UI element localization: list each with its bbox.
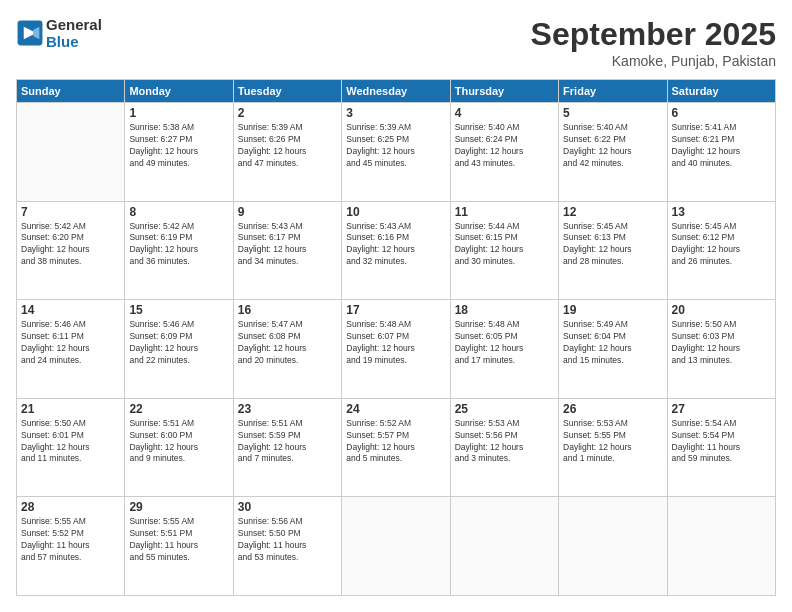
- calendar-cell-w1-d1: 1Sunrise: 5:38 AMSunset: 6:27 PMDaylight…: [125, 103, 233, 202]
- col-monday: Monday: [125, 80, 233, 103]
- col-saturday: Saturday: [667, 80, 775, 103]
- day-info: Sunrise: 5:49 AMSunset: 6:04 PMDaylight:…: [563, 319, 662, 367]
- calendar-cell-w4-d1: 22Sunrise: 5:51 AMSunset: 6:00 PMDayligh…: [125, 398, 233, 497]
- day-number: 16: [238, 303, 337, 317]
- day-number: 19: [563, 303, 662, 317]
- day-number: 15: [129, 303, 228, 317]
- calendar-cell-w1-d4: 4Sunrise: 5:40 AMSunset: 6:24 PMDaylight…: [450, 103, 558, 202]
- day-info: Sunrise: 5:48 AMSunset: 6:07 PMDaylight:…: [346, 319, 445, 367]
- calendar-cell-w4-d0: 21Sunrise: 5:50 AMSunset: 6:01 PMDayligh…: [17, 398, 125, 497]
- page: General Blue September 2025 Kamoke, Punj…: [0, 0, 792, 612]
- day-info: Sunrise: 5:53 AMSunset: 5:55 PMDaylight:…: [563, 418, 662, 466]
- day-number: 26: [563, 402, 662, 416]
- calendar-cell-w1-d2: 2Sunrise: 5:39 AMSunset: 6:26 PMDaylight…: [233, 103, 341, 202]
- day-info: Sunrise: 5:54 AMSunset: 5:54 PMDaylight:…: [672, 418, 771, 466]
- calendar-cell-w3-d5: 19Sunrise: 5:49 AMSunset: 6:04 PMDayligh…: [559, 300, 667, 399]
- day-info: Sunrise: 5:52 AMSunset: 5:57 PMDaylight:…: [346, 418, 445, 466]
- day-number: 1: [129, 106, 228, 120]
- calendar-week-2: 7Sunrise: 5:42 AMSunset: 6:20 PMDaylight…: [17, 201, 776, 300]
- day-number: 27: [672, 402, 771, 416]
- day-info: Sunrise: 5:46 AMSunset: 6:11 PMDaylight:…: [21, 319, 120, 367]
- day-number: 5: [563, 106, 662, 120]
- day-info: Sunrise: 5:56 AMSunset: 5:50 PMDaylight:…: [238, 516, 337, 564]
- day-number: 29: [129, 500, 228, 514]
- calendar-cell-w2-d4: 11Sunrise: 5:44 AMSunset: 6:15 PMDayligh…: [450, 201, 558, 300]
- day-number: 3: [346, 106, 445, 120]
- day-info: Sunrise: 5:48 AMSunset: 6:05 PMDaylight:…: [455, 319, 554, 367]
- col-thursday: Thursday: [450, 80, 558, 103]
- day-number: 24: [346, 402, 445, 416]
- day-info: Sunrise: 5:45 AMSunset: 6:12 PMDaylight:…: [672, 221, 771, 269]
- header: General Blue September 2025 Kamoke, Punj…: [16, 16, 776, 69]
- calendar-cell-w2-d3: 10Sunrise: 5:43 AMSunset: 6:16 PMDayligh…: [342, 201, 450, 300]
- day-number: 13: [672, 205, 771, 219]
- calendar-cell-w5-d5: [559, 497, 667, 596]
- logo-icon: [16, 19, 44, 47]
- logo: General Blue: [16, 16, 102, 50]
- day-info: Sunrise: 5:43 AMSunset: 6:17 PMDaylight:…: [238, 221, 337, 269]
- day-number: 21: [21, 402, 120, 416]
- day-number: 23: [238, 402, 337, 416]
- col-sunday: Sunday: [17, 80, 125, 103]
- day-number: 6: [672, 106, 771, 120]
- day-number: 7: [21, 205, 120, 219]
- calendar-week-5: 28Sunrise: 5:55 AMSunset: 5:52 PMDayligh…: [17, 497, 776, 596]
- title-area: September 2025 Kamoke, Punjab, Pakistan: [531, 16, 776, 69]
- day-info: Sunrise: 5:39 AMSunset: 6:25 PMDaylight:…: [346, 122, 445, 170]
- calendar-cell-w2-d5: 12Sunrise: 5:45 AMSunset: 6:13 PMDayligh…: [559, 201, 667, 300]
- day-number: 8: [129, 205, 228, 219]
- col-wednesday: Wednesday: [342, 80, 450, 103]
- day-number: 2: [238, 106, 337, 120]
- day-info: Sunrise: 5:50 AMSunset: 6:03 PMDaylight:…: [672, 319, 771, 367]
- calendar-cell-w3-d4: 18Sunrise: 5:48 AMSunset: 6:05 PMDayligh…: [450, 300, 558, 399]
- calendar-cell-w4-d3: 24Sunrise: 5:52 AMSunset: 5:57 PMDayligh…: [342, 398, 450, 497]
- calendar-cell-w2-d2: 9Sunrise: 5:43 AMSunset: 6:17 PMDaylight…: [233, 201, 341, 300]
- calendar-cell-w3-d3: 17Sunrise: 5:48 AMSunset: 6:07 PMDayligh…: [342, 300, 450, 399]
- day-number: 22: [129, 402, 228, 416]
- calendar-cell-w2-d1: 8Sunrise: 5:42 AMSunset: 6:19 PMDaylight…: [125, 201, 233, 300]
- day-number: 4: [455, 106, 554, 120]
- location: Kamoke, Punjab, Pakistan: [531, 53, 776, 69]
- calendar-cell-w5-d0: 28Sunrise: 5:55 AMSunset: 5:52 PMDayligh…: [17, 497, 125, 596]
- calendar-cell-w1-d5: 5Sunrise: 5:40 AMSunset: 6:22 PMDaylight…: [559, 103, 667, 202]
- calendar-week-4: 21Sunrise: 5:50 AMSunset: 6:01 PMDayligh…: [17, 398, 776, 497]
- day-info: Sunrise: 5:50 AMSunset: 6:01 PMDaylight:…: [21, 418, 120, 466]
- calendar-cell-w3-d0: 14Sunrise: 5:46 AMSunset: 6:11 PMDayligh…: [17, 300, 125, 399]
- day-info: Sunrise: 5:41 AMSunset: 6:21 PMDaylight:…: [672, 122, 771, 170]
- calendar-cell-w1-d3: 3Sunrise: 5:39 AMSunset: 6:25 PMDaylight…: [342, 103, 450, 202]
- calendar-table: Sunday Monday Tuesday Wednesday Thursday…: [16, 79, 776, 596]
- day-info: Sunrise: 5:51 AMSunset: 6:00 PMDaylight:…: [129, 418, 228, 466]
- calendar-cell-w1-d0: [17, 103, 125, 202]
- day-info: Sunrise: 5:42 AMSunset: 6:20 PMDaylight:…: [21, 221, 120, 269]
- calendar-cell-w5-d1: 29Sunrise: 5:55 AMSunset: 5:51 PMDayligh…: [125, 497, 233, 596]
- day-number: 25: [455, 402, 554, 416]
- day-info: Sunrise: 5:38 AMSunset: 6:27 PMDaylight:…: [129, 122, 228, 170]
- day-number: 14: [21, 303, 120, 317]
- day-number: 28: [21, 500, 120, 514]
- calendar-week-3: 14Sunrise: 5:46 AMSunset: 6:11 PMDayligh…: [17, 300, 776, 399]
- day-number: 30: [238, 500, 337, 514]
- day-info: Sunrise: 5:53 AMSunset: 5:56 PMDaylight:…: [455, 418, 554, 466]
- calendar-cell-w4-d4: 25Sunrise: 5:53 AMSunset: 5:56 PMDayligh…: [450, 398, 558, 497]
- calendar-cell-w4-d5: 26Sunrise: 5:53 AMSunset: 5:55 PMDayligh…: [559, 398, 667, 497]
- day-number: 18: [455, 303, 554, 317]
- day-number: 9: [238, 205, 337, 219]
- logo-text: General Blue: [46, 16, 102, 50]
- calendar-cell-w4-d2: 23Sunrise: 5:51 AMSunset: 5:59 PMDayligh…: [233, 398, 341, 497]
- day-info: Sunrise: 5:47 AMSunset: 6:08 PMDaylight:…: [238, 319, 337, 367]
- month-title: September 2025: [531, 16, 776, 53]
- calendar-cell-w1-d6: 6Sunrise: 5:41 AMSunset: 6:21 PMDaylight…: [667, 103, 775, 202]
- day-info: Sunrise: 5:40 AMSunset: 6:24 PMDaylight:…: [455, 122, 554, 170]
- day-number: 10: [346, 205, 445, 219]
- calendar-cell-w5-d6: [667, 497, 775, 596]
- calendar-week-1: 1Sunrise: 5:38 AMSunset: 6:27 PMDaylight…: [17, 103, 776, 202]
- day-info: Sunrise: 5:51 AMSunset: 5:59 PMDaylight:…: [238, 418, 337, 466]
- calendar-cell-w3-d2: 16Sunrise: 5:47 AMSunset: 6:08 PMDayligh…: [233, 300, 341, 399]
- day-info: Sunrise: 5:42 AMSunset: 6:19 PMDaylight:…: [129, 221, 228, 269]
- calendar-cell-w5-d3: [342, 497, 450, 596]
- day-info: Sunrise: 5:39 AMSunset: 6:26 PMDaylight:…: [238, 122, 337, 170]
- day-number: 17: [346, 303, 445, 317]
- day-info: Sunrise: 5:40 AMSunset: 6:22 PMDaylight:…: [563, 122, 662, 170]
- calendar-cell-w5-d2: 30Sunrise: 5:56 AMSunset: 5:50 PMDayligh…: [233, 497, 341, 596]
- col-friday: Friday: [559, 80, 667, 103]
